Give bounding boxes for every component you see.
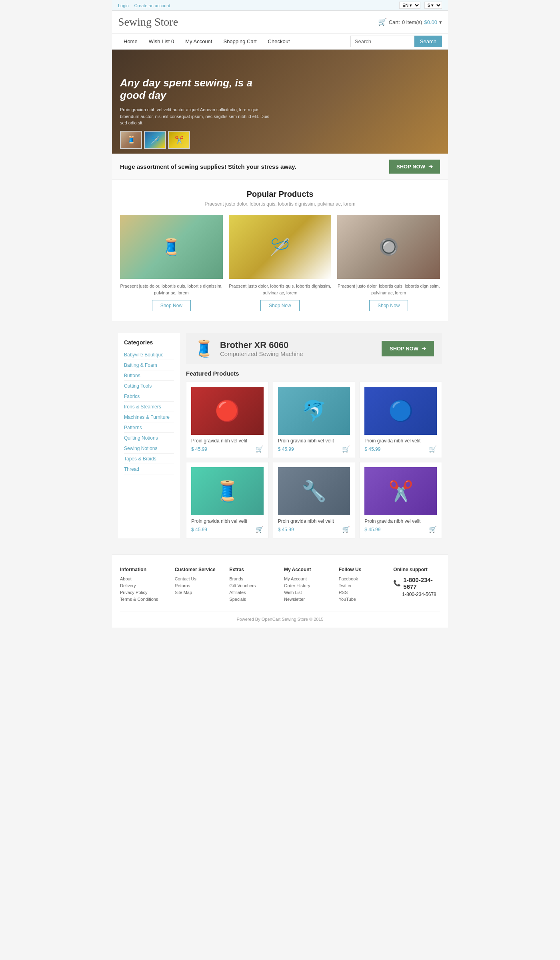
footer-youtube[interactable]: YouTube [339, 597, 386, 602]
product-img-3: 🔵 [364, 387, 437, 435]
sidebar-item-patterns[interactable]: Patterns [124, 422, 174, 433]
product-price-2: $ 45.99 [278, 446, 294, 452]
footer-order-history[interactable]: Order History [284, 583, 331, 588]
product-price-4: $ 45.99 [191, 527, 207, 532]
footer-brands[interactable]: Brands [229, 576, 276, 581]
popular-shop-btn-1[interactable]: Shop Now [152, 300, 191, 311]
footer-twitter[interactable]: Twitter [339, 583, 386, 588]
product-card-5: 🔧 Proin gravida nibh vel velit $ 45.99 🛒 [273, 462, 356, 538]
footer-newsletter[interactable]: Newsletter [284, 597, 331, 602]
nav-home[interactable]: Home [118, 34, 143, 49]
middle-section: Categories Babyville Boutique Batting & … [118, 327, 442, 544]
product-img-6: ✂️ [364, 467, 437, 515]
product-price-row-2: $ 45.99 🛒 [278, 445, 350, 453]
footer-gift-vouchers[interactable]: Gift Vouchers [229, 583, 276, 588]
footer-terms[interactable]: Terms & Conditions [120, 597, 167, 602]
footer-account[interactable]: My Account [284, 576, 331, 581]
currency-select[interactable]: $ ▾ [424, 2, 442, 9]
create-account-link[interactable]: Create an account [134, 3, 170, 8]
add-to-cart-icon-1[interactable]: 🛒 [256, 445, 264, 453]
footer-delivery[interactable]: Delivery [120, 583, 167, 588]
topbar-links: Login Create an account [118, 2, 174, 8]
footer-specials[interactable]: Specials [229, 597, 276, 602]
promo-shop-button[interactable]: SHOP NOW ➔ [389, 160, 440, 174]
hero-thumb-2[interactable]: 🪡 [144, 131, 166, 149]
footer-privacy[interactable]: Privacy Policy [120, 590, 167, 595]
featured-banner: 🧵 Brother XR 6060 Computerized Sewing Ma… [186, 333, 442, 364]
add-to-cart-icon-3[interactable]: 🛒 [429, 445, 437, 453]
search-input[interactable] [350, 36, 414, 47]
footer-about[interactable]: About [120, 576, 167, 581]
footer-extras: Extras Brands Gift Vouchers Affiliates S… [229, 567, 276, 604]
product-card-2: 🐬 Proin gravida nibh vel velit $ 45.99 🛒 [273, 382, 356, 458]
search-button[interactable]: Search [414, 36, 442, 47]
sidebar-item-sewing-notions[interactable]: Sewing Notions [124, 443, 174, 454]
site-logo: Sewing Store [118, 16, 178, 28]
footer-information: Information About Delivery Privacy Polic… [120, 567, 167, 604]
hero-content: Any day spent sewing, is a good day Proi… [112, 65, 280, 138]
nav-cart[interactable]: Shopping Cart [218, 34, 262, 49]
sidebar-item-batting[interactable]: Batting & Foam [124, 360, 174, 370]
topbar: Login Create an account EN ▾ $ ▾ [112, 0, 448, 11]
sidebar-item-thread[interactable]: Thread [124, 464, 174, 474]
cart-items: 0 item(s) [402, 19, 422, 25]
footer-follow-us: Follow Us Facebook Twitter RSS YouTube [339, 567, 386, 604]
hero-description: Proin gravida nibh vel velit auctor aliq… [120, 106, 272, 126]
cart-area[interactable]: 🛒 Cart: 0 item(s) $0.00 ▾ [378, 18, 442, 26]
hero-thumbnails: 🧵 🪡 ✂️ [120, 131, 190, 149]
footer: Information About Delivery Privacy Polic… [112, 554, 448, 628]
popular-shop-btn-3[interactable]: Shop Now [369, 300, 408, 311]
product-price-1: $ 45.99 [191, 446, 207, 452]
sidebar-list: Babyville Boutique Batting & Foam Button… [124, 350, 174, 474]
nav-checkout[interactable]: Checkout [262, 34, 296, 49]
sidebar-item-fabrics[interactable]: Fabrics [124, 391, 174, 402]
add-to-cart-icon-2[interactable]: 🛒 [342, 445, 350, 453]
sidebar-title: Categories [124, 339, 174, 346]
featured-banner-left: 🧵 Brother XR 6060 Computerized Sewing Ma… [194, 339, 303, 358]
add-to-cart-icon-4[interactable]: 🛒 [256, 526, 264, 533]
sidebar-item-babyville[interactable]: Babyville Boutique [124, 350, 174, 360]
products-grid: 🔴 Proin gravida nibh vel velit $ 45.99 🛒… [186, 382, 442, 538]
footer-facebook[interactable]: Facebook [339, 576, 386, 581]
hero-thumb-3[interactable]: ✂️ [168, 131, 190, 149]
product-card-3: 🔵 Proin gravida nibh vel velit $ 45.99 🛒 [359, 382, 442, 458]
cart-chevron-icon: ▾ [439, 19, 442, 25]
phone-2: 1-800-234-5678 [393, 592, 440, 597]
footer-support-title: Online support [393, 567, 440, 572]
footer-affiliates[interactable]: Affiliates [229, 590, 276, 595]
arrow-icon: ➔ [428, 164, 433, 170]
hero-thumb-1[interactable]: 🧵 [120, 131, 142, 149]
nav-myaccount[interactable]: My Account [180, 34, 218, 49]
footer-rss[interactable]: RSS [339, 590, 386, 595]
sidebar-item-buttons[interactable]: Buttons [124, 370, 174, 381]
product-price-5: $ 45.99 [278, 527, 294, 532]
footer-contact[interactable]: Contact Us [175, 576, 222, 581]
popular-desc-2: Praesent justo dolor, lobortis quis, lob… [229, 283, 332, 296]
sidebar-item-tapes[interactable]: Tapes & Braids [124, 454, 174, 464]
footer-info-title: Information [120, 567, 167, 572]
product-card-4: 🧵 Proin gravida nibh vel velit $ 45.99 🛒 [186, 462, 269, 538]
footer-wishlist[interactable]: Wish List [284, 590, 331, 595]
hero-banner: Any day spent sewing, is a good day Proi… [112, 50, 448, 154]
footer-sitemap[interactable]: Site Map [175, 590, 222, 595]
nav-wishlist[interactable]: Wish List 0 [143, 34, 180, 49]
product-price-row-3: $ 45.99 🛒 [364, 445, 437, 453]
featured-shop-button[interactable]: SHOP NOW ➔ [382, 341, 434, 356]
popular-shop-btn-2[interactable]: Shop Now [260, 300, 299, 311]
navbar: Home Wish List 0 My Account Shopping Car… [112, 34, 448, 50]
login-link[interactable]: Login [118, 3, 129, 8]
add-to-cart-icon-5[interactable]: 🛒 [342, 526, 350, 533]
sidebar: Categories Babyville Boutique Batting & … [118, 333, 180, 538]
product-card-6: ✂️ Proin gravida nibh vel velit $ 45.99 … [359, 462, 442, 538]
product-name-4: Proin gravida nibh vel velit [191, 518, 264, 524]
footer-returns[interactable]: Returns [175, 583, 222, 588]
add-to-cart-icon-6[interactable]: 🛒 [429, 526, 437, 533]
popular-desc-3: Praesent justo dolor, lobortis quis, lob… [337, 283, 440, 296]
popular-item-1: 🧵 Praesent justo dolor, lobortis quis, l… [120, 215, 223, 311]
language-select[interactable]: EN ▾ [399, 2, 420, 9]
sidebar-item-irons[interactable]: Irons & Steamers [124, 402, 174, 412]
sidebar-item-cutting[interactable]: Cutting Tools [124, 381, 174, 391]
sidebar-item-quilting[interactable]: Quilting Notions [124, 433, 174, 443]
sidebar-item-machines[interactable]: Machines & Furniture [124, 412, 174, 422]
product-price-row-5: $ 45.99 🛒 [278, 526, 350, 533]
